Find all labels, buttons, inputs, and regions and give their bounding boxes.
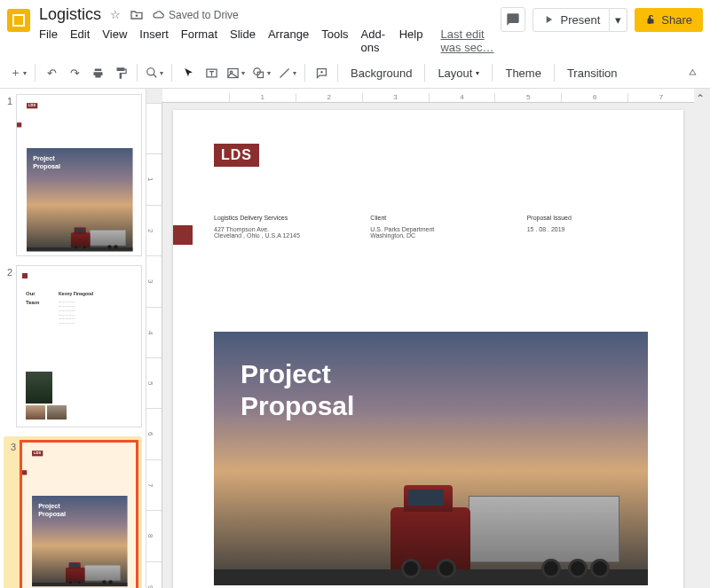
menu-view[interactable]: View — [102, 27, 127, 54]
present-dropdown[interactable]: ▾ — [610, 8, 627, 32]
comment-tool[interactable] — [311, 61, 332, 84]
zoom-button[interactable] — [143, 61, 166, 84]
menu-addons[interactable]: Add-ons — [361, 27, 387, 54]
undo-button[interactable]: ↶ — [41, 61, 62, 84]
menu-file[interactable]: File — [39, 27, 58, 54]
slide-thumb-1[interactable]: 1 LDS ——————— ProjectProposal — [4, 94, 142, 256]
workspace: 1 LDS ——————— ProjectProposal 2 OurTeam … — [0, 89, 710, 588]
save-status: Saved to Drive — [153, 9, 239, 21]
menu-bar: File Edit View Insert Format Slide Arran… — [39, 27, 501, 54]
slide-logo[interactable]: LDS — [214, 144, 259, 167]
slide-number: 1 — [4, 94, 12, 256]
image-tool[interactable] — [224, 61, 248, 84]
share-button[interactable]: Share — [635, 8, 703, 32]
truck-graphic — [390, 481, 621, 578]
slide-number: 2 — [4, 265, 12, 427]
menu-insert[interactable]: Insert — [139, 27, 169, 54]
slide-thumb-3[interactable]: 3 LDS ——————— ProjectProposal — [4, 436, 142, 588]
share-label: Share — [661, 13, 692, 27]
theme-button[interactable]: Theme — [498, 61, 548, 84]
slide-number: 3 — [7, 440, 16, 588]
hero-line1: Project — [241, 359, 331, 388]
mini-logo: LDS — [32, 451, 43, 456]
meta-col-client[interactable]: Client U.S. Parks Department Washington,… — [370, 215, 491, 239]
issued-date: 15 . 08 . 2019 — [527, 226, 648, 232]
layout-button[interactable]: Layout — [430, 61, 486, 84]
last-edit-link[interactable]: Last edit was sec… — [440, 27, 501, 54]
save-status-text: Saved to Drive — [169, 9, 239, 21]
hide-menus-button[interactable]: ㅿ — [682, 61, 703, 84]
editor-area: ⌃ 1234567 123456789 LDS Logistics Delive… — [146, 89, 710, 588]
mini-logo: LDS — [27, 103, 37, 108]
slides-logo[interactable] — [7, 9, 30, 32]
select-tool[interactable] — [178, 61, 199, 84]
slide-thumb-2[interactable]: 2 OurTeam Kenny Finegood— — — — —— — — —… — [4, 265, 142, 427]
client-loc: Washington, DC — [370, 232, 491, 239]
client-name: U.S. Parks Department — [370, 226, 491, 232]
filmstrip[interactable]: 1 LDS ——————— ProjectProposal 2 OurTeam … — [0, 89, 146, 588]
transition-button[interactable]: Transition — [560, 61, 625, 84]
collapse-panel-icon[interactable]: ⌃ — [696, 92, 705, 105]
paint-format-button[interactable] — [110, 61, 131, 84]
svg-point-1 — [147, 68, 154, 75]
move-folder-icon[interactable] — [130, 8, 144, 22]
issued-heading: Proposal Issued — [527, 215, 648, 221]
svg-rect-0 — [648, 20, 654, 24]
meta-row: Logistics Delivery Services 427 Thompson… — [214, 215, 648, 239]
menu-slide[interactable]: Slide — [230, 27, 256, 54]
client-heading: Client — [370, 215, 491, 221]
new-slide-button[interactable]: ＋ — [7, 61, 29, 84]
meta-col-company[interactable]: Logistics Delivery Services 427 Thompson… — [214, 215, 335, 239]
present-button[interactable]: Present — [532, 8, 610, 32]
textbox-tool[interactable] — [201, 61, 222, 84]
line-tool[interactable] — [275, 61, 299, 84]
header-right: Present ▾ Share — [501, 7, 703, 32]
company-name: Logistics Delivery Services — [214, 215, 335, 221]
toolbar: ＋ ↶ ↷ Background Layout Theme Transition… — [0, 58, 710, 89]
meta-col-date[interactable]: Proposal Issued 15 . 08 . 2019 — [527, 215, 648, 239]
menu-arrange[interactable]: Arrange — [268, 27, 309, 54]
company-addr2: Cleveland , Ohio , U.S.A 12145 — [214, 232, 335, 239]
company-addr1: 427 Thompson Ave. — [214, 226, 335, 232]
menu-help[interactable]: Help — [399, 27, 423, 54]
doc-title[interactable]: Logistics — [39, 5, 101, 24]
comments-button[interactable] — [501, 7, 525, 32]
accent-square[interactable] — [173, 225, 193, 245]
background-button[interactable]: Background — [343, 61, 419, 84]
menu-format[interactable]: Format — [181, 27, 217, 54]
redo-button[interactable]: ↷ — [64, 61, 85, 84]
hero-line2: Proposal — [241, 391, 354, 420]
app-header: Logistics ☆ Saved to Drive File Edit Vie… — [0, 0, 710, 54]
star-icon[interactable]: ☆ — [110, 8, 121, 21]
menu-tools[interactable]: Tools — [321, 27, 348, 54]
hero-image[interactable]: Project Proposal — [214, 332, 648, 585]
print-button[interactable] — [87, 61, 108, 84]
menu-edit[interactable]: Edit — [70, 27, 90, 54]
slide-canvas[interactable]: LDS Logistics Delivery Services 427 Thom… — [173, 110, 683, 588]
present-label: Present — [560, 13, 600, 27]
title-wrap: Logistics ☆ Saved to Drive File Edit Vie… — [39, 5, 501, 54]
vertical-ruler[interactable]: 123456789 — [146, 103, 162, 588]
hero-title[interactable]: Project Proposal — [241, 358, 354, 422]
horizontal-ruler[interactable]: 1234567 — [162, 89, 694, 103]
shape-tool[interactable] — [249, 61, 273, 84]
